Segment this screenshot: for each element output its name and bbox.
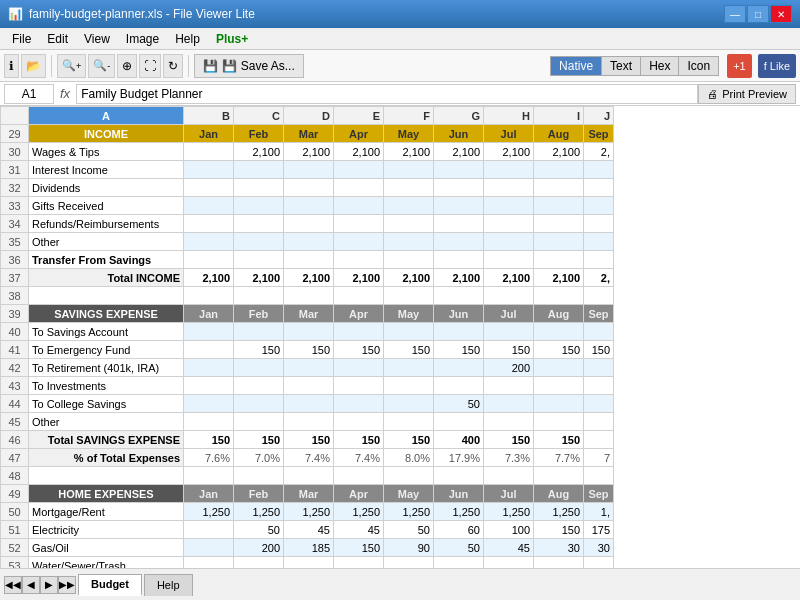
col-header-c[interactable]: C <box>234 107 284 125</box>
minimize-button[interactable]: — <box>724 5 746 23</box>
fb-button[interactable]: f Like <box>758 54 796 78</box>
table-row: 39 SAVINGS EXPENSE Jan Feb Mar Apr May J… <box>1 305 614 323</box>
icon-mode-button[interactable]: Icon <box>679 57 718 75</box>
bottom-bar: ◀◀ ◀ ▶ ▶▶ Budget Help <box>0 568 800 600</box>
table-row: 46 Total SAVINGS EXPENSE 150 150 150 150… <box>1 431 614 449</box>
menu-view[interactable]: View <box>76 30 118 48</box>
table-row: 43 To Investments <box>1 377 614 395</box>
table-row: 47 % of Total Expenses 7.6% 7.0% 7.4% 7.… <box>1 449 614 467</box>
col-header-e[interactable]: E <box>334 107 384 125</box>
zoom-out-button[interactable]: 🔍- <box>88 54 115 78</box>
save-as-button[interactable]: 💾 💾 Save As... <box>194 54 303 78</box>
tab-prev-button[interactable]: ◀◀ <box>4 576 22 594</box>
tab-last-button[interactable]: ▶▶ <box>58 576 76 594</box>
tab-nav-fwd[interactable]: ▶ <box>40 576 58 594</box>
table-row: 32 Dividends <box>1 179 614 197</box>
table-row: 30 Wages & Tips 2,100 2,100 2,100 2,100 … <box>1 143 614 161</box>
table-row: 51 Electricity 50 45 45 50 60 100 150 17… <box>1 521 614 539</box>
window-controls: — □ ✕ <box>724 5 792 23</box>
table-row: 38 <box>1 287 614 305</box>
col-header-j[interactable]: J <box>584 107 614 125</box>
income-section-label[interactable]: INCOME <box>29 125 184 143</box>
col-header-a[interactable]: A <box>29 107 184 125</box>
fx-label: fx <box>54 86 76 101</box>
menu-file[interactable]: File <box>4 30 39 48</box>
refresh-button[interactable]: ↻ <box>163 54 183 78</box>
jan-header-income[interactable]: Jan <box>184 125 234 143</box>
col-header-b[interactable]: B <box>184 107 234 125</box>
table-row: 33 Gifts Received <box>1 197 614 215</box>
maximize-button[interactable]: □ <box>747 5 769 23</box>
spreadsheet-table: A B C D E F G H I J 29 INCOME Jan <box>0 106 614 568</box>
menu-bar: File Edit View Image Help Plus+ <box>0 28 800 50</box>
table-row: 40 To Savings Account <box>1 323 614 341</box>
toolbar: ℹ 📂 🔍+ 🔍- ⊕ ⛶ ↻ 💾 💾 Save As... Native Te… <box>0 50 800 82</box>
save-as-label: 💾 Save As... <box>222 59 294 73</box>
sheet-tab-budget[interactable]: Budget <box>78 574 142 596</box>
separator2 <box>188 55 189 77</box>
gplus-button[interactable]: +1 <box>727 54 752 78</box>
cell-reference[interactable]: A1 <box>4 84 54 104</box>
col-header-h[interactable]: H <box>484 107 534 125</box>
row-number: 29 <box>1 125 29 143</box>
text-mode-button[interactable]: Text <box>602 57 641 75</box>
printer-icon: 🖨 <box>707 88 718 100</box>
col-header-f[interactable]: F <box>384 107 434 125</box>
zoom-fit-button[interactable]: ⊕ <box>117 54 137 78</box>
col-header-d[interactable]: D <box>284 107 334 125</box>
table-row: 49 HOME EXPENSES Jan Feb Mar Apr May Jun… <box>1 485 614 503</box>
close-button[interactable]: ✕ <box>770 5 792 23</box>
col-header-rownum <box>1 107 29 125</box>
menu-image[interactable]: Image <box>118 30 167 48</box>
table-row: 45 Other <box>1 413 614 431</box>
table-row: 31 Interest Income <box>1 161 614 179</box>
table-row: 50 Mortgage/Rent 1,250 1,250 1,250 1,250… <box>1 503 614 521</box>
formula-input[interactable] <box>76 84 698 104</box>
print-preview-button[interactable]: 🖨 Print Preview <box>698 84 796 104</box>
sheet-tab-help[interactable]: Help <box>144 574 193 596</box>
menu-plus[interactable]: Plus+ <box>208 30 256 48</box>
table-row: 44 To College Savings 50 <box>1 395 614 413</box>
zoom-in-button[interactable]: 🔍+ <box>57 54 86 78</box>
table-row: 37 Total INCOME 2,100 2,100 2,100 2,100 … <box>1 269 614 287</box>
col-header-i[interactable]: I <box>534 107 584 125</box>
table-row: 36 Transfer From Savings <box>1 251 614 269</box>
hex-mode-button[interactable]: Hex <box>641 57 679 75</box>
info-button[interactable]: ℹ <box>4 54 19 78</box>
app-icon: 📊 <box>8 7 23 21</box>
table-row: 48 <box>1 467 614 485</box>
save-icon: 💾 <box>203 59 218 73</box>
table-row: 53 Water/Sewer/Trash <box>1 557 614 569</box>
col-header-g[interactable]: G <box>434 107 484 125</box>
menu-help[interactable]: Help <box>167 30 208 48</box>
native-mode-button[interactable]: Native <box>551 57 602 75</box>
spreadsheet-container: A B C D E F G H I J 29 INCOME Jan <box>0 106 800 568</box>
window-title: family-budget-planner.xls - File Viewer … <box>29 7 255 21</box>
table-row: 41 To Emergency Fund 150 150 150 150 150… <box>1 341 614 359</box>
grid-wrapper[interactable]: A B C D E F G H I J 29 INCOME Jan <box>0 106 800 568</box>
table-row: 52 Gas/Oil 200 185 150 90 50 45 30 30 <box>1 539 614 557</box>
title-bar: 📊 family-budget-planner.xls - File Viewe… <box>0 0 800 28</box>
menu-edit[interactable]: Edit <box>39 30 76 48</box>
separator <box>51 55 52 77</box>
view-mode-group: Native Text Hex Icon <box>550 56 719 76</box>
table-row: 42 To Retirement (401k, IRA) 200 <box>1 359 614 377</box>
table-row: 35 Other <box>1 233 614 251</box>
fullscreen-button[interactable]: ⛶ <box>139 54 161 78</box>
table-row: 34 Refunds/Reimbursements <box>1 215 614 233</box>
tab-nav-back[interactable]: ◀ <box>22 576 40 594</box>
formula-bar: A1 fx 🖨 Print Preview <box>0 82 800 106</box>
table-row: 29 INCOME Jan Feb Mar Apr May Jun Jul Au… <box>1 125 614 143</box>
open-button[interactable]: 📂 <box>21 54 46 78</box>
